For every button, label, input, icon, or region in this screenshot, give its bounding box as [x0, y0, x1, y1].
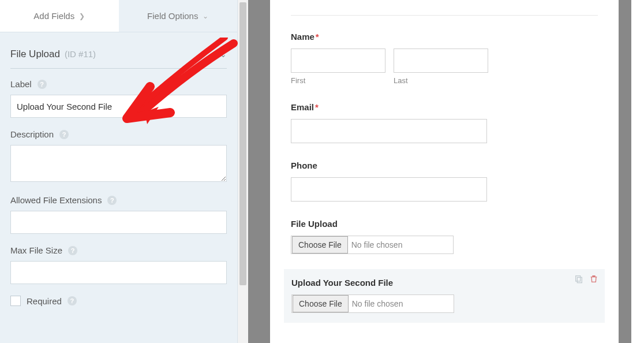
tab-field-options[interactable]: Field Options ⌄ — [119, 0, 238, 32]
preview-phone-field[interactable]: Phone — [291, 161, 598, 202]
help-icon[interactable]: ? — [59, 130, 69, 139]
preview-selected-field[interactable]: Upload Your Second File Choose File No f… — [284, 269, 605, 323]
fileupload-label: File Upload — [291, 219, 338, 229]
last-sublabel: Last — [394, 76, 488, 85]
preview-fileupload-field[interactable]: File Upload Choose File No file chosen — [291, 219, 598, 254]
divider — [248, 0, 270, 343]
label-input[interactable] — [10, 95, 227, 118]
scrollbar[interactable] — [238, 0, 248, 343]
maxsize-label: Max File Size — [10, 245, 62, 255]
divider — [291, 15, 598, 16]
required-asterisk: * — [316, 32, 319, 42]
help-icon[interactable]: ? — [38, 80, 47, 89]
email-input[interactable] — [291, 119, 487, 143]
extensions-label: Allowed File Extensions — [10, 195, 102, 205]
phone-label: Phone — [291, 161, 317, 170]
tab-add-fields[interactable]: Add Fields ❯ — [0, 0, 119, 32]
choose-file-button[interactable]: Choose File — [293, 295, 349, 312]
form-preview: Name* First Last Email* — [270, 0, 619, 343]
divider — [619, 0, 631, 343]
choose-file-button[interactable]: Choose File — [292, 236, 348, 253]
preview-email-field[interactable]: Email* — [291, 102, 598, 143]
first-sublabel: First — [291, 76, 385, 85]
scrollbar-thumb[interactable] — [239, 2, 246, 285]
panel-tabs: Add Fields ❯ Field Options ⌄ — [0, 0, 237, 32]
tab-field-options-label: Field Options — [147, 11, 198, 21]
required-label: Required — [27, 296, 62, 306]
maxsize-input[interactable] — [10, 261, 227, 284]
svg-rect-0 — [576, 276, 581, 281]
preview-name-field[interactable]: Name* First Last — [291, 32, 598, 85]
edge — [631, 0, 644, 343]
file-status: No file chosen — [352, 299, 403, 308]
section-title: File Upload — [10, 49, 60, 59]
trash-icon[interactable] — [589, 274, 598, 284]
required-asterisk: * — [315, 102, 319, 112]
svg-rect-1 — [577, 277, 582, 282]
chevron-right-icon: ❯ — [79, 12, 85, 20]
section-header[interactable]: File Upload (ID #11) ⌄ — [10, 43, 227, 69]
second-upload-label: Upload Your Second File — [291, 278, 393, 288]
description-label: Description — [10, 129, 54, 139]
file-status: No file chosen — [351, 240, 403, 249]
tab-add-fields-label: Add Fields — [33, 11, 74, 21]
help-icon[interactable]: ? — [68, 246, 77, 255]
extensions-input[interactable] — [10, 211, 227, 234]
section-id: (ID #11) — [65, 49, 96, 59]
last-name-input[interactable] — [394, 49, 488, 73]
chevron-down-icon: ⌄ — [203, 12, 208, 20]
email-label: Email — [291, 102, 314, 112]
label-label: Label — [10, 79, 32, 89]
chevron-down-icon: ⌄ — [220, 50, 227, 59]
required-checkbox[interactable] — [10, 296, 21, 306]
phone-input[interactable] — [291, 177, 487, 202]
first-name-input[interactable] — [291, 49, 385, 73]
description-textarea[interactable] — [10, 145, 227, 182]
help-icon[interactable]: ? — [68, 296, 77, 305]
help-icon[interactable]: ? — [107, 196, 117, 205]
name-label: Name — [291, 32, 314, 42]
duplicate-icon[interactable] — [574, 274, 583, 284]
